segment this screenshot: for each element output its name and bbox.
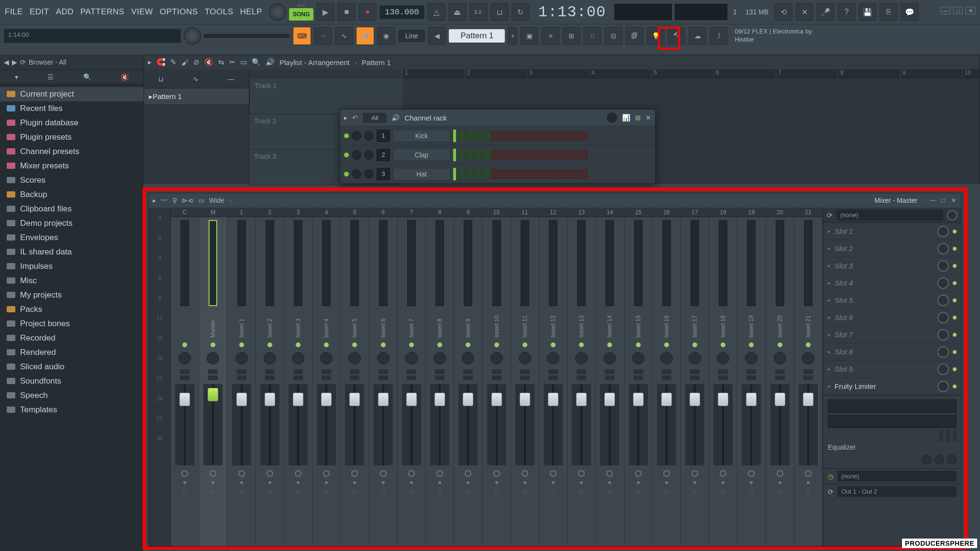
step[interactable]	[467, 150, 474, 160]
step[interactable]	[459, 150, 466, 160]
slot-mix-knob[interactable]	[937, 346, 949, 358]
pan-knob[interactable]	[235, 352, 248, 364]
eq-fader-1[interactable]	[939, 430, 943, 441]
route-target[interactable]	[351, 470, 358, 477]
track-number[interactable]: 18	[709, 208, 737, 217]
channel-led[interactable]	[344, 153, 349, 157]
step[interactable]	[532, 131, 539, 141]
track-number[interactable]: 2	[256, 208, 284, 217]
chanrack-undo-icon[interactable]: ↶	[352, 114, 358, 121]
track-number[interactable]: 8	[426, 208, 454, 217]
mute-dot[interactable]	[268, 481, 271, 484]
view-channelrack-icon[interactable]: ⊞	[562, 27, 580, 45]
plugin-picker-icon[interactable]: 🗐	[625, 27, 644, 45]
stereo-sep-up[interactable]	[662, 369, 671, 374]
fx-enable-led[interactable]	[664, 342, 669, 347]
volume-fader[interactable]	[515, 384, 535, 465]
track-number[interactable]: 11	[511, 208, 539, 217]
pan-knob[interactable]	[405, 352, 418, 364]
channel-pan-knob[interactable]	[352, 169, 361, 179]
volume-fader[interactable]	[572, 384, 591, 465]
mixer-link-icon[interactable]: ⊳⊲	[182, 197, 193, 204]
slot-arrow-icon[interactable]: ▸	[828, 349, 831, 355]
stereo-sep-up[interactable]	[634, 369, 643, 374]
step[interactable]	[475, 131, 482, 141]
step[interactable]	[524, 169, 531, 179]
track-name[interactable]: Insert 2	[267, 309, 273, 338]
send-arrow[interactable]: ▽	[721, 488, 725, 496]
track-number[interactable]: 1	[227, 208, 255, 217]
pan-knob[interactable]	[178, 352, 191, 364]
slot-arrow-icon[interactable]: ▸	[828, 280, 831, 286]
track-name[interactable]: Insert 5	[351, 309, 358, 338]
volume-fader[interactable]	[430, 384, 449, 465]
mixer-track-1[interactable]: 1Insert 1▽	[227, 208, 256, 546]
view-mixer-icon[interactable]: ⎍	[583, 27, 601, 45]
track-name[interactable]: Insert 1	[238, 309, 245, 338]
fx-enable-led[interactable]	[381, 342, 386, 347]
picker-pattern-icon[interactable]: —	[228, 75, 234, 83]
stereo-sep-dn[interactable]	[803, 375, 813, 380]
fx-enable-led[interactable]	[324, 342, 329, 347]
mute-dot[interactable]	[552, 481, 555, 484]
track-name[interactable]: Insert 20	[777, 309, 783, 338]
step[interactable]	[565, 131, 571, 141]
menu-view[interactable]: VIEW	[128, 4, 156, 20]
step[interactable]	[581, 169, 588, 179]
picker-pattern-1[interactable]: ▸ Pattern 1	[144, 88, 249, 105]
mixer-wave-icon[interactable]: 〰	[161, 197, 167, 204]
mute-dot[interactable]	[523, 481, 526, 484]
browser-item-impulses[interactable]: Impulses	[0, 259, 144, 274]
mixer-view-mode[interactable]: Wide	[209, 197, 224, 204]
volume-fader[interactable]	[260, 384, 279, 465]
fx-enable-led[interactable]	[437, 342, 442, 347]
playlist-play-icon[interactable]: 🔊	[266, 58, 275, 66]
slot-mix-knob[interactable]	[937, 243, 949, 254]
browser-options-icon[interactable]: ☰	[47, 73, 54, 81]
route-target[interactable]	[635, 470, 642, 477]
fx-input-select[interactable]: (none)	[836, 209, 943, 220]
channel-vol-knob[interactable]	[364, 169, 374, 179]
pan-knob[interactable]	[745, 352, 757, 364]
eq-knob-hi[interactable]	[947, 455, 957, 464]
pan-knob[interactable]	[575, 352, 588, 364]
stereo-sep-dn[interactable]	[492, 375, 501, 380]
stereo-sep-up[interactable]	[407, 369, 416, 374]
pan-knob[interactable]	[264, 352, 276, 364]
wait-input-icon[interactable]: ⏏	[448, 3, 467, 21]
fx-enable-led[interactable]	[778, 342, 782, 347]
track-number[interactable]: 5	[341, 208, 368, 217]
volume-fader[interactable]	[713, 384, 733, 465]
playlist-slice-icon[interactable]: ✂	[229, 58, 235, 66]
browser-item-sliced-audio[interactable]: Sliced audio	[0, 360, 144, 374]
mixer-track-16[interactable]: 16Insert 16▽	[653, 208, 681, 546]
channel-select[interactable]	[453, 149, 456, 161]
stereo-sep-up[interactable]	[577, 369, 586, 374]
browser-item-packs[interactable]: Packs	[0, 302, 144, 317]
track-name[interactable]: Insert 18	[720, 309, 726, 338]
mixer-track-3[interactable]: 3Insert 3▽	[284, 208, 312, 546]
mute-dot[interactable]	[779, 481, 781, 484]
stereo-sep-up[interactable]	[237, 369, 246, 374]
step[interactable]	[491, 150, 498, 160]
pan-knob[interactable]	[292, 352, 304, 364]
stereo-sep-dn[interactable]	[775, 375, 785, 380]
fx-clock-select[interactable]: (none)	[837, 471, 957, 482]
slot-arrow-icon[interactable]: ▸	[828, 366, 831, 372]
channel-name[interactable]: Clap	[393, 149, 450, 161]
volume-fader[interactable]	[402, 384, 421, 465]
send-arrow[interactable]: ▽	[523, 488, 527, 496]
mixer-track-21[interactable]: 21Insert 21▽	[794, 208, 823, 546]
mixer-track-8[interactable]: 8Insert 8▽	[426, 208, 454, 546]
route-target[interactable]	[380, 470, 387, 477]
mixer-menu-icon[interactable]: ▸	[153, 197, 156, 204]
stereo-sep-up[interactable]	[379, 369, 388, 374]
slot-led[interactable]	[953, 264, 957, 268]
track-name[interactable]: Insert 6	[380, 309, 387, 338]
mixer-plug-icon[interactable]: ⚲	[172, 197, 177, 204]
stereo-sep-dn[interactable]	[520, 375, 530, 380]
stereo-sep-up[interactable]	[350, 369, 359, 374]
stereo-sep-up[interactable]	[322, 369, 331, 374]
pan-knob[interactable]	[519, 352, 531, 364]
step[interactable]	[532, 169, 539, 179]
